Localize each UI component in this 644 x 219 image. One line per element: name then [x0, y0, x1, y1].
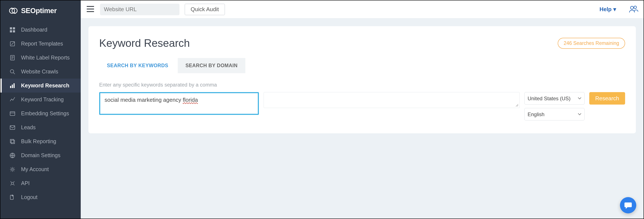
chat-fab[interactable]	[620, 197, 636, 214]
whitelabel-icon	[10, 55, 16, 61]
svg-point-20	[630, 6, 634, 9]
sidebar-item-domain-settings[interactable]: Domain Settings	[0, 148, 81, 162]
keyword-icon	[10, 83, 16, 89]
leads-icon	[10, 124, 16, 130]
sidebar-item-label: Bulk Reporting	[21, 138, 56, 144]
sidebar-item-api[interactable]: API	[0, 176, 81, 190]
help-label: Help	[600, 6, 612, 13]
website-url-input[interactable]	[100, 4, 180, 15]
sidebar-item-label: Leads	[21, 124, 36, 130]
sidebar-item-website-crawls[interactable]: Website Crawls	[0, 65, 81, 78]
language-select[interactable]: English	[524, 108, 584, 120]
keywords-input[interactable]: social media marketing agency florida	[99, 92, 259, 115]
sidebar-item-white-label-reports[interactable]: White Label Reports	[0, 51, 81, 65]
sidebar-item-logout[interactable]: Logout	[0, 190, 81, 204]
svg-rect-11	[14, 83, 14, 88]
sidebar-item-label: My Account	[21, 166, 49, 172]
svg-point-8	[10, 70, 14, 73]
sidebar-item-embedding-settings[interactable]: Embedding Settings	[0, 106, 81, 120]
hamburger-icon[interactable]	[86, 5, 95, 14]
tab-search-by-keywords[interactable]: SEARCH BY KEYWORDS	[99, 58, 176, 73]
searches-remaining-badge: 246 Searches Remaining	[558, 38, 625, 49]
brand-name: SEOptimer	[21, 7, 57, 15]
svg-rect-14	[10, 139, 14, 143]
topbar: Quick Audit Help ▾	[81, 0, 644, 18]
brand-logo[interactable]: SEOptimer	[0, 0, 81, 21]
input-prompt: Enter any specific keywords separated by…	[99, 82, 625, 88]
main: Quick Audit Help ▾ Keyword Research 246 …	[81, 0, 644, 218]
tab-search-by-domain[interactable]: SEARCH BY DOMAIN	[178, 58, 245, 73]
tracking-icon	[10, 96, 16, 103]
sidebar-item-label: Logout	[21, 194, 37, 200]
svg-rect-12	[10, 112, 15, 116]
sidebar-item-label: Domain Settings	[21, 152, 60, 158]
sidebar-item-label: White Label Reports	[21, 54, 70, 61]
chevron-down-icon: ▾	[613, 6, 616, 13]
quick-audit-button[interactable]: Quick Audit	[184, 4, 225, 15]
svg-point-17	[12, 168, 13, 170]
svg-rect-3	[13, 27, 15, 30]
sidebar-item-report-templates[interactable]: Report Templates	[0, 37, 81, 51]
svg-rect-2	[10, 27, 12, 30]
svg-rect-10	[12, 84, 13, 88]
dashboard-icon	[10, 27, 16, 33]
svg-point-18	[12, 182, 14, 184]
tabs: SEARCH BY KEYWORDSSEARCH BY DOMAIN	[99, 58, 625, 73]
sidebar-item-bulk-reporting[interactable]: Bulk Reporting	[0, 134, 81, 148]
sidebar-item-label: Keyword Tracking	[21, 96, 64, 103]
svg-point-21	[634, 6, 636, 8]
sidebar-item-label: Website Crawls	[21, 68, 58, 75]
gear-icon	[10, 166, 16, 172]
svg-rect-15	[11, 140, 14, 144]
report-icon	[10, 41, 16, 47]
sidebar-item-leads[interactable]: Leads	[0, 120, 81, 134]
logout-icon	[10, 194, 16, 200]
svg-rect-5	[13, 30, 15, 32]
sidebar: SEOptimer DashboardReport TemplatesWhite…	[0, 0, 81, 218]
help-dropdown[interactable]: Help ▾	[600, 6, 616, 13]
sidebar-item-keyword-tracking[interactable]: Keyword Tracking	[0, 92, 81, 106]
secondary-input[interactable]	[264, 92, 520, 108]
sidebar-item-label: API	[21, 180, 30, 186]
sidebar-item-keyword-research[interactable]: Keyword Research	[0, 78, 81, 92]
page-title: Keyword Research	[99, 37, 190, 50]
embed-icon	[10, 110, 16, 116]
svg-rect-13	[10, 126, 15, 130]
sidebar-item-label: Report Templates	[21, 40, 63, 47]
brand-icon	[8, 6, 18, 16]
bulk-icon	[10, 138, 16, 144]
country-select[interactable]: United States (US)	[524, 92, 584, 104]
research-button[interactable]: Research	[589, 92, 625, 104]
sidebar-item-my-account[interactable]: My Account	[0, 162, 81, 176]
sidebar-nav: DashboardReport TemplatesWhite Label Rep…	[0, 21, 81, 204]
crawl-icon	[10, 69, 16, 75]
svg-rect-9	[10, 86, 11, 88]
sidebar-item-label: Dashboard	[21, 26, 47, 33]
sidebar-item-label: Embedding Settings	[21, 110, 69, 116]
api-icon	[10, 180, 16, 186]
globe-icon	[10, 152, 16, 158]
keyword-card: Keyword Research 246 Searches Remaining …	[88, 26, 636, 133]
sidebar-item-dashboard[interactable]: Dashboard	[0, 23, 81, 37]
svg-rect-4	[10, 30, 12, 32]
sidebar-item-label: Keyword Research	[21, 82, 69, 89]
users-icon[interactable]	[629, 5, 638, 14]
